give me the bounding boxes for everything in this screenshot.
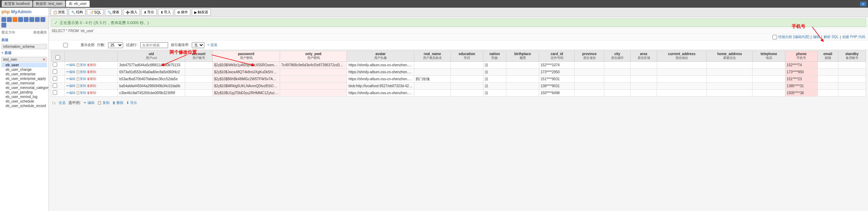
sidebar-item-eb-user-pending[interactable]: eb_user_pending [1,90,47,95]
copy-link-0[interactable]: 📋复制 [76,63,86,67]
edit-link-4[interactable]: ✏编辑 [66,91,75,95]
rows-select[interactable]: 25 50 100 [108,42,123,48]
top-right-btn[interactable]: ≡ [860,2,866,6]
create-php-link[interactable]: 创建 PHP 代码 [842,35,865,39]
search-btn[interactable]: 🔍 搜索 [105,9,122,16]
sort-select[interactable]: 无 [192,42,204,48]
cell-birthplace-2 [506,76,539,83]
table-row: ✏编辑 📋复制 🗑删除 6973a91d553c46a0ad0ec8a5e060… [51,69,866,76]
copy-selected-link[interactable]: 📋 复制 [97,100,110,105]
copy-link-3[interactable]: 📋复制 [76,84,86,88]
sidebar-item-eb-user-remind-log[interactable]: eb_user_remind_log [1,95,47,99]
cell-city-1 [604,69,630,76]
sidebar-db-item[interactable]: information_schema [1,44,47,49]
cell-education-0 [451,62,483,69]
sidebar-new-label[interactable]: 新建 [1,37,47,43]
delete-link-1[interactable]: 🗑删除 [87,70,96,74]
edit-link-1[interactable]: ✏编辑 [66,70,75,74]
cell-card_id-0: 152****1074 [539,62,575,69]
th-real-name: real_name 用户真实姓名 [414,51,451,62]
import-btn[interactable]: ⬆ 导入 [158,9,173,16]
filter-input[interactable] [140,42,168,48]
plugin-icon[interactable] [1,23,6,28]
replication-icon[interactable] [24,17,29,22]
th-birthplace: birthplace 籍贯 [506,51,539,62]
tab-database[interactable]: 数据库: test_own [33,1,65,7]
copy-link-2[interactable]: 📋复制 [76,77,86,81]
sidebar-item-eb-user-memorial[interactable]: eb_user_memorial [1,81,47,85]
export-btn[interactable]: ⬇ 导出 [141,9,157,16]
delete-link-0[interactable]: 🗑删除 [87,63,96,67]
close-db-icon[interactable]: ✕ [43,58,45,61]
settings-icon[interactable] [18,17,23,22]
row-checkbox-3[interactable] [53,83,57,88]
charset-icon[interactable] [35,17,40,22]
sidebar-item-eb-user-enterprise-apply[interactable]: eb_user_enterprise_apply [1,76,47,81]
sidebar-item-eb-user[interactable]: eb_user [1,63,47,67]
vars-icon[interactable] [29,17,34,22]
th-password: password 用户密码 [213,51,280,62]
cell-province-1 [575,69,604,76]
perf-link[interactable]: 性能分析 [编辑内置] [778,35,809,39]
sidebar-item-eb-user-change[interactable]: eb_user_change [1,67,47,72]
edit-link-0[interactable]: ✏编辑 [66,63,75,67]
structure-btn[interactable]: 🔧 结构 [69,9,85,16]
cell-current_address-1 [657,69,707,76]
insert-btn[interactable]: ➕ 插入 [123,9,140,16]
separator1: | [810,35,812,39]
delete-link-2[interactable]: 🗑删除 [87,77,96,81]
show-all-checkbox[interactable] [52,43,80,47]
copy-link-4[interactable]: 📋复制 [76,91,86,95]
parse-sql-link[interactable]: 解析 SQL [824,35,839,39]
engine-icon[interactable] [40,17,45,22]
cell-uid-1: 6973a91d553c46a0ad0ec8a5e060f4c2 [118,69,185,76]
options-toggle[interactable]: + 选项 [207,42,217,48]
edit-link[interactable]: 编辑 [813,35,820,39]
cell-only_pwd-0: 7c497868c9e6d3e4cf2e87396372cd3... [280,62,347,69]
tab-localhost[interactable]: 配置客 localhost [2,1,32,7]
th-only-pwd: only_pwd 用户密码 [280,51,347,62]
triggers-btn[interactable]: ▶ 触发器 [192,9,211,16]
sql-text: SELECT * FROM `eb_user` [52,29,95,33]
select-all-checkbox[interactable] [55,55,60,60]
delete-link-3[interactable]: 🗑删除 [87,84,96,88]
row-checkbox-4[interactable] [53,90,57,95]
sidebar-item-eb-user-schedule[interactable]: eb_user_schedule [1,99,47,104]
sidebar-new-label2[interactable]: + 新建 [1,50,47,56]
cell-area-0 [631,62,657,69]
cell-avatar-1: https://shmily-album.oss-cn-shenzhen.ali… [347,69,414,76]
row-checkbox-2[interactable] [53,76,57,81]
select-all-link[interactable]: 全选 [59,100,66,105]
cell-home_address-2 [707,76,753,83]
user-icon[interactable] [13,17,17,22]
copy-link-1[interactable]: 📋复制 [76,70,86,74]
operations-btn[interactable]: ⚙ 操作 [175,9,190,16]
edit-selected-link[interactable]: ✏ 编辑 [84,100,95,105]
row-checkbox-1[interactable] [53,69,57,74]
sql-btn[interactable]: 📝 SQL [87,9,104,15]
cell-uid-4: c3be46c9af745269cbe06f9b3230f9f [118,90,185,97]
edit-link-2[interactable]: ✏编辑 [66,77,75,81]
row-checkbox-0[interactable] [53,62,57,67]
browse-btn[interactable]: 📋 浏览 [51,9,67,16]
nav-prev[interactable]: ↑↓ [52,100,56,105]
th-card-id: card_id 证件号码 [539,51,575,62]
show-all-label[interactable]: 显示全部 [52,43,95,47]
tab-table[interactable]: 表: eb_user [66,1,90,7]
cell-nation-4: 汉 [483,90,506,97]
logo-myadmin: MyAdmin [11,9,32,14]
cell-phone-1: 173****950 [785,69,817,76]
cell-account-2 [185,76,212,83]
sidebar-testdb[interactable]: test_own ✕ [1,57,47,62]
export-selected-link[interactable]: ⬇ 导出 [126,100,137,105]
edit-link-3[interactable]: ✏编辑 [66,84,75,88]
delete-link-4[interactable]: 🗑删除 [87,91,96,95]
performance-checkbox[interactable] [772,35,777,39]
cell-province-0 [575,62,604,69]
sidebar-item-eb-user-enterprise[interactable]: eb_user_enterprise [1,72,47,76]
home-icon[interactable] [1,17,6,22]
delete-selected-link[interactable]: 🗑 删除 [112,100,124,105]
sidebar-item-eb-user-memorial-category[interactable]: eb_user_memorial_category [1,85,47,90]
db-icon[interactable] [7,17,12,22]
sidebar-item-eb-user-schedule-record[interactable]: eb_user_schedule_record [1,104,47,108]
